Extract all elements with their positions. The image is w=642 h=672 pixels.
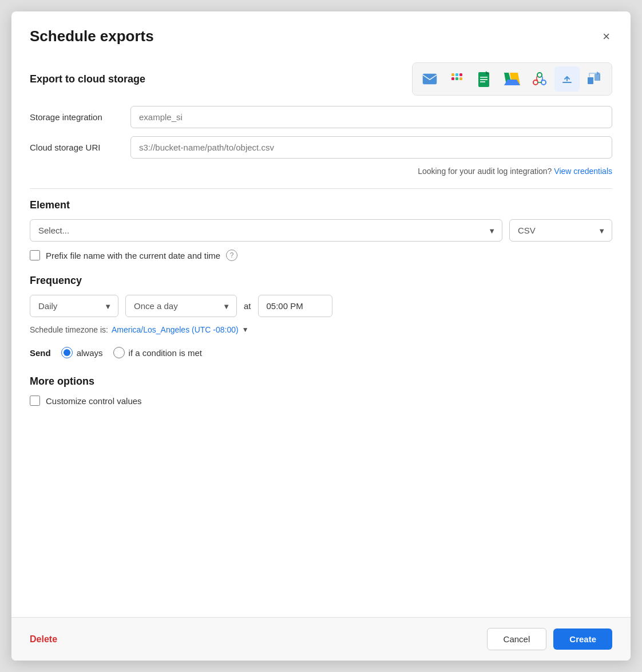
send-condition-label: if a condition is met [129, 348, 202, 358]
svg-rect-3 [455, 73, 458, 76]
export-section-title: Export to cloud storage [30, 73, 145, 85]
dialog-header: Schedule exports × [11, 11, 631, 57]
svg-point-15 [533, 80, 538, 85]
svg-rect-5 [459, 73, 462, 76]
cloud-uri-row: Cloud storage URI [30, 136, 612, 159]
format-select-wrapper: CSV JSON Excel ▼ [509, 219, 612, 242]
svg-point-16 [541, 80, 546, 85]
svg-rect-10 [480, 79, 488, 80]
timezone-link[interactable]: America/Los_Angeles (UTC -08:00) [112, 325, 239, 334]
send-row: Send always if a condition is met [30, 347, 612, 358]
cloud-uri-label: Cloud storage URI [30, 143, 121, 152]
webhook-icon-button[interactable] [527, 66, 552, 92]
more-options-title: More options [30, 375, 612, 388]
storage-integration-row: Storage integration [30, 106, 612, 128]
timezone-dropdown-arrow[interactable]: ▼ [242, 326, 249, 334]
prefix-help-icon[interactable]: ? [226, 250, 237, 261]
send-label: Send [30, 348, 51, 358]
element-select[interactable]: Select... [30, 219, 502, 242]
schedule-exports-dialog: Schedule exports × Export to cloud stora… [11, 11, 631, 661]
element-select-wrapper: Select... ▼ [30, 219, 502, 242]
sheets-icon-button[interactable] [472, 66, 497, 92]
storage-integration-input[interactable] [130, 106, 612, 128]
view-credentials-link[interactable]: View credentials [554, 167, 612, 176]
svg-rect-1 [451, 73, 454, 76]
email-icon-button[interactable] [417, 66, 442, 92]
svg-rect-9 [480, 77, 488, 78]
period-select-wrapper: Daily Weekly Monthly ▼ [30, 295, 118, 317]
svg-rect-2 [451, 77, 454, 80]
export-section-header: Export to cloud storage [30, 62, 612, 96]
svg-point-17 [537, 73, 542, 77]
svg-rect-4 [455, 77, 458, 80]
customize-checkbox[interactable] [30, 396, 40, 406]
send-condition-option[interactable]: if a condition is met [113, 347, 202, 358]
cancel-button[interactable]: Cancel [487, 628, 547, 650]
at-label: at [244, 301, 251, 311]
drive-icon-button[interactable] [500, 66, 525, 92]
footer-right: Cancel Create [487, 628, 612, 650]
interval-select-wrapper: Once a day Twice a day Every hour ▼ [125, 295, 237, 317]
timezone-label: Schedule timezone is: [30, 325, 108, 334]
cloud-uri-input[interactable] [130, 136, 612, 159]
send-condition-radio[interactable] [113, 347, 125, 358]
svg-rect-6 [459, 77, 462, 80]
frequency-row: Daily Weekly Monthly ▼ Once a day Twice … [30, 295, 612, 317]
prefix-checkbox-row: Prefix file name with the current date a… [30, 250, 612, 261]
prefix-label[interactable]: Prefix file name with the current date a… [46, 251, 220, 260]
frequency-section-title: Frequency [30, 275, 612, 287]
audit-note: Looking for your audit log integration? … [30, 167, 612, 176]
svg-rect-11 [480, 81, 485, 82]
customize-label[interactable]: Customize control values [46, 396, 142, 406]
storage-integration-label: Storage integration [30, 112, 121, 122]
slack-icon-button[interactable] [445, 66, 470, 92]
external-export-icon-button[interactable] [582, 66, 607, 92]
element-row: Select... ▼ CSV JSON Excel ▼ [30, 219, 612, 242]
interval-select[interactable]: Once a day Twice a day Every hour [125, 295, 237, 317]
send-always-label: always [77, 348, 103, 358]
divider-1 [30, 188, 612, 189]
send-always-radio[interactable] [61, 347, 73, 358]
svg-rect-19 [588, 77, 593, 84]
period-select[interactable]: Daily Weekly Monthly [30, 295, 118, 317]
close-button[interactable]: × [600, 28, 612, 45]
integration-icon-group [412, 62, 612, 96]
upload-icon-button[interactable] [554, 66, 580, 92]
dialog-footer: Delete Cancel Create [11, 617, 631, 661]
prefix-checkbox[interactable] [30, 250, 40, 260]
time-input[interactable] [258, 295, 332, 317]
dialog-title: Schedule exports [30, 27, 154, 45]
element-section-title: Element [30, 199, 612, 211]
customize-checkbox-row: Customize control values [30, 396, 612, 406]
delete-button[interactable]: Delete [30, 630, 57, 649]
send-always-option[interactable]: always [61, 347, 103, 358]
create-button[interactable]: Create [553, 628, 612, 650]
timezone-row: Schedule timezone is: America/Los_Angele… [30, 325, 612, 334]
format-select[interactable]: CSV JSON Excel [509, 219, 612, 242]
dialog-body: Export to cloud storage [11, 57, 631, 617]
svg-rect-0 [423, 74, 437, 84]
more-options-section: More options Customize control values [30, 375, 612, 406]
